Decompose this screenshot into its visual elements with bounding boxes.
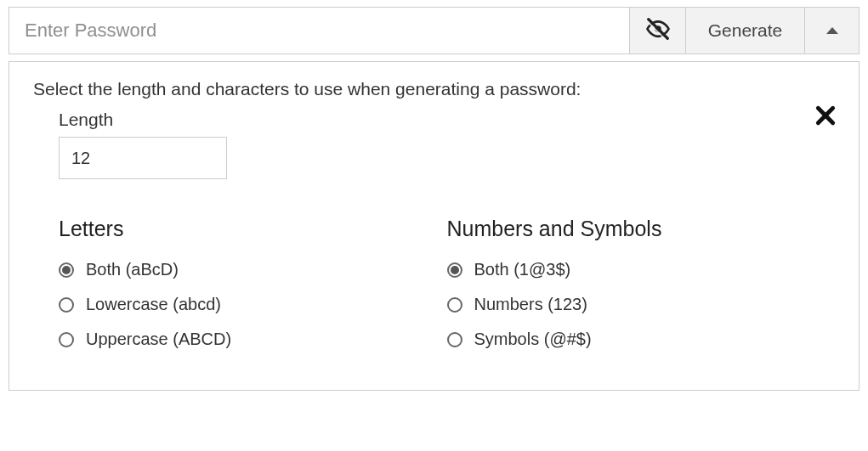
radio-label: Uppercase (ABCD)	[86, 330, 231, 349]
ns-option-symbols[interactable]: Symbols (@#$)	[447, 330, 836, 349]
radio-label: Numbers (123)	[474, 295, 587, 314]
letters-column: Letters Both (aBcD) Lowercase (abcd) Upp…	[59, 217, 447, 364]
generate-button[interactable]: Generate	[685, 8, 804, 54]
generator-panel: Select the length and characters to use …	[9, 61, 859, 391]
close-icon	[814, 115, 837, 129]
radio-label: Lowercase (abcd)	[86, 295, 221, 314]
radio-label: Both (aBcD)	[86, 260, 179, 279]
collapse-button[interactable]	[804, 8, 859, 54]
instruction-text: Select the length and characters to use …	[33, 79, 835, 99]
letters-heading: Letters	[59, 217, 447, 241]
letters-option-uppercase[interactable]: Uppercase (ABCD)	[59, 330, 447, 349]
toggle-visibility-button[interactable]	[629, 8, 685, 54]
close-button[interactable]	[814, 104, 837, 127]
password-input-row: Generate	[9, 7, 859, 54]
numbers-symbols-column: Numbers and Symbols Both (1@3$) Numbers …	[447, 217, 836, 364]
ns-option-numbers[interactable]: Numbers (123)	[447, 295, 836, 314]
password-input[interactable]	[9, 8, 629, 54]
eye-off-icon	[645, 16, 671, 46]
radio-icon	[59, 332, 74, 347]
caret-up-icon	[826, 27, 838, 34]
ns-option-both[interactable]: Both (1@3$)	[447, 260, 836, 279]
radio-label: Symbols (@#$)	[474, 330, 592, 349]
radio-icon	[447, 262, 462, 278]
length-label: Length	[59, 110, 835, 130]
letters-option-lowercase[interactable]: Lowercase (abcd)	[59, 295, 447, 314]
radio-icon	[59, 297, 74, 313]
letters-option-both[interactable]: Both (aBcD)	[59, 260, 447, 279]
radio-icon	[447, 297, 462, 313]
radio-label: Both (1@3$)	[474, 260, 571, 279]
radio-icon	[59, 262, 74, 278]
numbers-symbols-heading: Numbers and Symbols	[447, 217, 836, 241]
length-input[interactable]	[59, 137, 227, 179]
radio-icon	[447, 332, 462, 347]
